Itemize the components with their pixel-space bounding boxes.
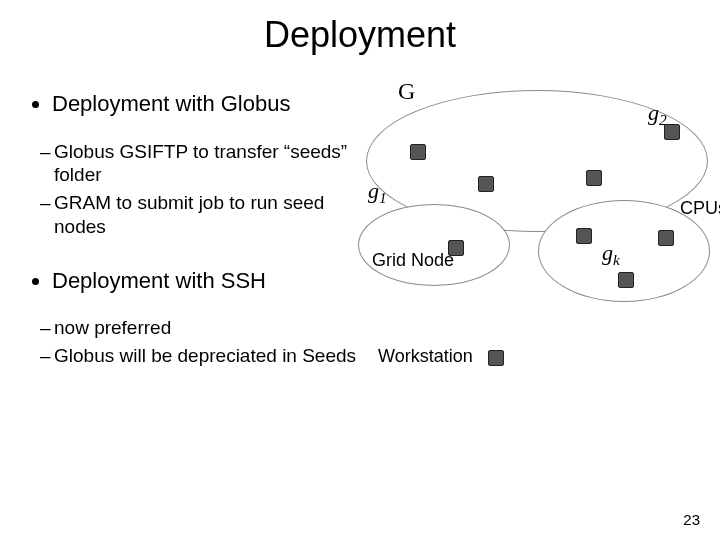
label-workstation: Workstation xyxy=(378,346,473,367)
sublist-ssh: now preferred Globus will be depreciated… xyxy=(30,316,360,368)
label-cpus: CPUs xyxy=(680,198,720,219)
sub-gsiftp: Globus GSIFTP to transfer “seeds” folder xyxy=(40,140,360,188)
slide: Deployment Deployment with Globus Globus… xyxy=(0,0,720,540)
label-gk-g: g xyxy=(602,240,613,265)
sublist-globus: Globus GSIFTP to transfer “seeds” folder… xyxy=(30,140,360,239)
seed-icon xyxy=(488,350,504,366)
bullet-list-2: Deployment with SSH xyxy=(30,267,360,295)
label-g2-g: g xyxy=(648,100,659,125)
page-number: 23 xyxy=(683,511,700,528)
bullet-deployment-ssh: Deployment with SSH xyxy=(52,267,360,295)
bullet-list-1: Deployment with Globus xyxy=(30,90,360,118)
seed-icon xyxy=(576,228,592,244)
seed-icon xyxy=(618,272,634,288)
diagram: G g1 g2 gk Grid Node CPUs Workstation xyxy=(358,70,720,390)
slide-body: Deployment with Globus Globus GSIFTP to … xyxy=(30,90,360,396)
label-g2: g2 xyxy=(648,100,667,129)
slide-title: Deployment xyxy=(0,14,720,56)
label-workstation-row: Workstation xyxy=(378,346,473,367)
label-g1-sub: 1 xyxy=(379,189,387,206)
sub-preferred: now preferred xyxy=(40,316,360,340)
seed-icon xyxy=(658,230,674,246)
label-g-text: G xyxy=(398,78,415,104)
seed-icon xyxy=(478,176,494,192)
label-g1-g: g xyxy=(368,178,379,203)
label-g1: g1 xyxy=(368,178,387,207)
sub-depreciated: Globus will be depreciated in Seeds xyxy=(40,344,360,368)
seed-icon xyxy=(410,144,426,160)
label-g: G xyxy=(398,78,415,105)
sub-gram: GRAM to submit job to run seed nodes xyxy=(40,191,360,239)
label-grid-node: Grid Node xyxy=(372,250,454,271)
bullet-deployment-globus: Deployment with Globus xyxy=(52,90,360,118)
label-gk: gk xyxy=(602,240,620,269)
label-gk-sub: k xyxy=(613,251,620,268)
label-g2-sub: 2 xyxy=(659,111,667,128)
cloud-grid-node xyxy=(358,204,510,286)
seed-icon xyxy=(586,170,602,186)
